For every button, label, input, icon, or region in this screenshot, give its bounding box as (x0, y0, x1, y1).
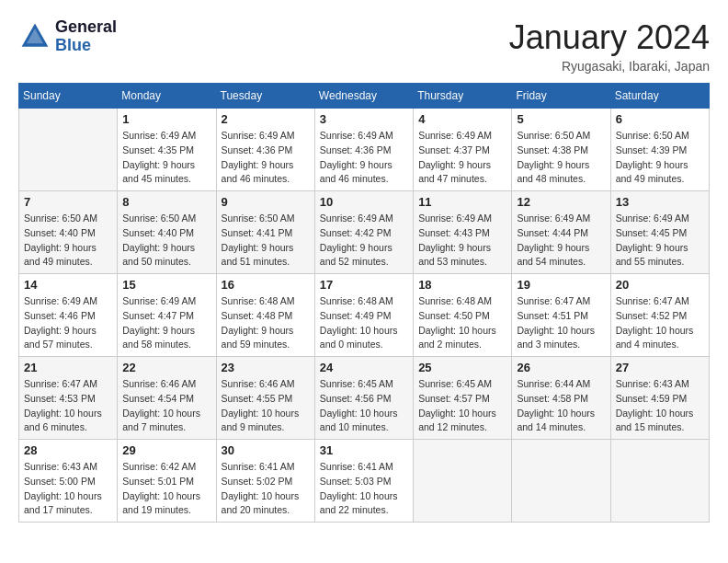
day-number: 6 (616, 112, 704, 126)
table-row: 26Sunrise: 6:44 AMSunset: 4:58 PMDayligh… (512, 357, 610, 440)
day-number: 12 (517, 195, 605, 209)
day-info: Sunrise: 6:49 AMSunset: 4:47 PMDaylight:… (122, 294, 210, 352)
day-number: 23 (222, 361, 310, 374)
day-number: 18 (418, 278, 506, 292)
table-row: 31Sunrise: 6:41 AMSunset: 5:03 PMDayligh… (314, 440, 413, 523)
day-number: 25 (418, 361, 506, 374)
day-info: Sunrise: 6:44 AMSunset: 4:58 PMDaylight:… (517, 377, 605, 435)
day-info: Sunrise: 6:47 AMSunset: 4:51 PMDaylight:… (517, 294, 605, 352)
day-number: 8 (122, 195, 210, 209)
day-info: Sunrise: 6:50 AMSunset: 4:40 PMDaylight:… (122, 212, 210, 270)
page-header: General Blue January 2024 Ryugasaki, Iba… (18, 18, 710, 74)
day-info: Sunrise: 6:49 AMSunset: 4:35 PMDaylight:… (122, 129, 210, 187)
day-number: 2 (222, 112, 310, 126)
day-info: Sunrise: 6:49 AMSunset: 4:43 PMDaylight:… (418, 212, 506, 270)
weekday-wednesday: Wednesday (314, 84, 413, 109)
day-info: Sunrise: 6:45 AMSunset: 4:57 PMDaylight:… (418, 377, 506, 435)
weekday-thursday: Thursday (414, 84, 512, 109)
day-info: Sunrise: 6:41 AMSunset: 5:03 PMDaylight:… (320, 460, 408, 518)
day-number: 10 (320, 195, 408, 209)
day-number: 1 (122, 112, 210, 126)
table-row: 16Sunrise: 6:48 AMSunset: 4:48 PMDayligh… (216, 274, 314, 357)
day-number: 29 (122, 443, 210, 457)
calendar-table: SundayMondayTuesdayWednesdayThursdayFrid… (18, 83, 710, 523)
weekday-monday: Monday (118, 84, 216, 109)
day-number: 31 (320, 443, 408, 457)
table-row: 20Sunrise: 6:47 AMSunset: 4:52 PMDayligh… (610, 274, 709, 357)
week-row-1: 1Sunrise: 6:49 AMSunset: 4:35 PMDaylight… (19, 109, 710, 191)
week-row-5: 28Sunrise: 6:43 AMSunset: 5:00 PMDayligh… (19, 440, 710, 523)
table-row: 17Sunrise: 6:48 AMSunset: 4:49 PMDayligh… (314, 274, 413, 357)
day-number: 20 (616, 278, 704, 292)
table-row: 1Sunrise: 6:49 AMSunset: 4:35 PMDaylight… (118, 109, 216, 191)
table-row: 13Sunrise: 6:49 AMSunset: 4:45 PMDayligh… (610, 191, 709, 274)
day-number: 26 (517, 361, 605, 374)
day-number: 7 (24, 195, 112, 209)
weekday-tuesday: Tuesday (216, 84, 314, 109)
month-title: January 2024 (509, 18, 710, 57)
day-info: Sunrise: 6:47 AMSunset: 4:53 PMDaylight:… (24, 377, 112, 435)
location: Ryugasaki, Ibaraki, Japan (509, 59, 710, 74)
day-info: Sunrise: 6:48 AMSunset: 4:50 PMDaylight:… (418, 294, 506, 352)
table-row: 27Sunrise: 6:43 AMSunset: 4:59 PMDayligh… (610, 357, 709, 440)
table-row: 9Sunrise: 6:50 AMSunset: 4:41 PMDaylight… (216, 191, 314, 274)
day-info: Sunrise: 6:49 AMSunset: 4:46 PMDaylight:… (24, 294, 112, 352)
logo: General Blue (18, 18, 117, 55)
table-row: 14Sunrise: 6:49 AMSunset: 4:46 PMDayligh… (19, 274, 118, 357)
day-info: Sunrise: 6:46 AMSunset: 4:55 PMDaylight:… (222, 377, 310, 435)
week-row-2: 7Sunrise: 6:50 AMSunset: 4:40 PMDaylight… (19, 191, 710, 274)
day-info: Sunrise: 6:49 AMSunset: 4:44 PMDaylight:… (517, 212, 605, 270)
day-number: 24 (320, 361, 408, 374)
weekday-saturday: Saturday (610, 84, 709, 109)
weekday-sunday: Sunday (19, 84, 118, 109)
day-info: Sunrise: 6:49 AMSunset: 4:36 PMDaylight:… (222, 129, 310, 187)
table-row (610, 440, 709, 523)
day-info: Sunrise: 6:49 AMSunset: 4:36 PMDaylight:… (320, 129, 408, 187)
day-number: 17 (320, 278, 408, 292)
day-number: 13 (616, 195, 704, 209)
table-row (414, 440, 512, 523)
table-row: 3Sunrise: 6:49 AMSunset: 4:36 PMDaylight… (314, 109, 413, 191)
day-info: Sunrise: 6:50 AMSunset: 4:38 PMDaylight:… (517, 129, 605, 187)
title-block: January 2024 Ryugasaki, Ibaraki, Japan (509, 18, 710, 74)
table-row: 24Sunrise: 6:45 AMSunset: 4:56 PMDayligh… (314, 357, 413, 440)
table-row: 18Sunrise: 6:48 AMSunset: 4:50 PMDayligh… (414, 274, 512, 357)
day-number: 14 (24, 278, 112, 292)
table-row: 23Sunrise: 6:46 AMSunset: 4:55 PMDayligh… (216, 357, 314, 440)
day-info: Sunrise: 6:50 AMSunset: 4:39 PMDaylight:… (616, 129, 704, 187)
day-number: 4 (418, 112, 506, 126)
day-number: 16 (222, 278, 310, 292)
day-info: Sunrise: 6:49 AMSunset: 4:45 PMDaylight:… (616, 212, 704, 270)
day-number: 27 (616, 361, 704, 374)
table-row: 30Sunrise: 6:41 AMSunset: 5:02 PMDayligh… (216, 440, 314, 523)
day-number: 9 (222, 195, 310, 209)
day-info: Sunrise: 6:46 AMSunset: 4:54 PMDaylight:… (122, 377, 210, 435)
day-info: Sunrise: 6:48 AMSunset: 4:48 PMDaylight:… (222, 294, 310, 352)
day-info: Sunrise: 6:48 AMSunset: 4:49 PMDaylight:… (320, 294, 408, 352)
table-row: 5Sunrise: 6:50 AMSunset: 4:38 PMDaylight… (512, 109, 610, 191)
day-number: 28 (24, 443, 112, 457)
table-row: 12Sunrise: 6:49 AMSunset: 4:44 PMDayligh… (512, 191, 610, 274)
table-row: 25Sunrise: 6:45 AMSunset: 4:57 PMDayligh… (414, 357, 512, 440)
logo-icon (18, 20, 51, 53)
table-row: 2Sunrise: 6:49 AMSunset: 4:36 PMDaylight… (216, 109, 314, 191)
table-row: 22Sunrise: 6:46 AMSunset: 4:54 PMDayligh… (118, 357, 216, 440)
table-row: 15Sunrise: 6:49 AMSunset: 4:47 PMDayligh… (118, 274, 216, 357)
table-row: 11Sunrise: 6:49 AMSunset: 4:43 PMDayligh… (414, 191, 512, 274)
week-row-4: 21Sunrise: 6:47 AMSunset: 4:53 PMDayligh… (19, 357, 710, 440)
table-row (19, 109, 118, 191)
day-info: Sunrise: 6:49 AMSunset: 4:37 PMDaylight:… (418, 129, 506, 187)
day-info: Sunrise: 6:49 AMSunset: 4:42 PMDaylight:… (320, 212, 408, 270)
weekday-friday: Friday (512, 84, 610, 109)
day-info: Sunrise: 6:43 AMSunset: 4:59 PMDaylight:… (616, 377, 704, 435)
day-info: Sunrise: 6:45 AMSunset: 4:56 PMDaylight:… (320, 377, 408, 435)
table-row: 7Sunrise: 6:50 AMSunset: 4:40 PMDaylight… (19, 191, 118, 274)
table-row (512, 440, 610, 523)
day-info: Sunrise: 6:41 AMSunset: 5:02 PMDaylight:… (222, 460, 310, 518)
day-info: Sunrise: 6:43 AMSunset: 5:00 PMDaylight:… (24, 460, 112, 518)
day-info: Sunrise: 6:50 AMSunset: 4:40 PMDaylight:… (24, 212, 112, 270)
table-row: 28Sunrise: 6:43 AMSunset: 5:00 PMDayligh… (19, 440, 118, 523)
day-number: 5 (517, 112, 605, 126)
week-row-3: 14Sunrise: 6:49 AMSunset: 4:46 PMDayligh… (19, 274, 710, 357)
table-row: 10Sunrise: 6:49 AMSunset: 4:42 PMDayligh… (314, 191, 413, 274)
